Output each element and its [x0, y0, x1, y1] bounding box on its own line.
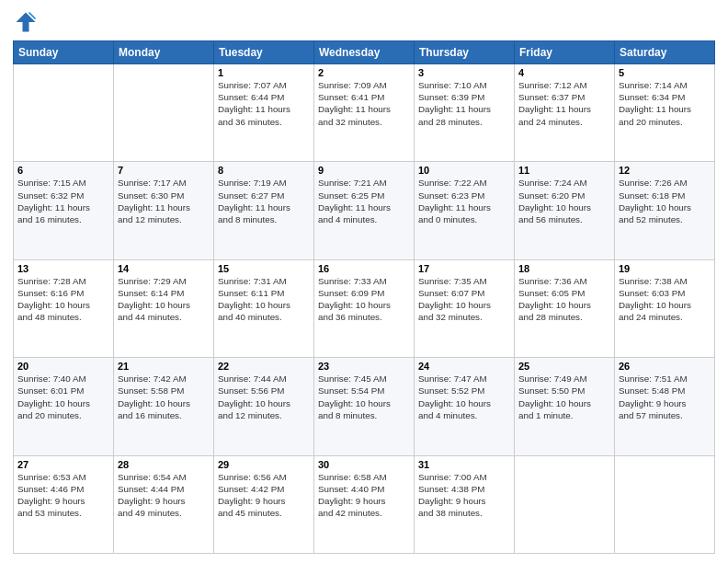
day-number: 14: [118, 263, 210, 274]
calendar-cell: 29Sunrise: 6:56 AM Sunset: 4:42 PM Dayli…: [214, 455, 314, 553]
day-number: 12: [619, 165, 711, 176]
day-detail: Sunrise: 7:45 AM Sunset: 5:54 PM Dayligh…: [318, 373, 410, 421]
day-detail: Sunrise: 7:29 AM Sunset: 6:14 PM Dayligh…: [118, 275, 210, 324]
calendar-cell: 8Sunrise: 7:19 AM Sunset: 6:27 PM Daylig…: [214, 162, 314, 259]
calendar-cell: [114, 64, 214, 162]
day-detail: Sunrise: 6:54 AM Sunset: 4:44 PM Dayligh…: [118, 471, 210, 520]
col-header-tuesday: Tuesday: [214, 41, 314, 64]
calendar-cell: 25Sunrise: 7:49 AM Sunset: 5:50 PM Dayli…: [515, 358, 615, 455]
day-number: 30: [318, 459, 410, 470]
day-number: 1: [218, 67, 310, 78]
col-header-sunday: Sunday: [14, 41, 114, 64]
day-number: 5: [619, 67, 711, 78]
day-number: 23: [318, 361, 410, 372]
day-number: 11: [518, 165, 610, 176]
week-row-5: 27Sunrise: 6:53 AM Sunset: 4:46 PM Dayli…: [14, 455, 715, 553]
calendar-cell: 13Sunrise: 7:28 AM Sunset: 6:16 PM Dayli…: [14, 259, 114, 357]
day-detail: Sunrise: 7:12 AM Sunset: 6:37 PM Dayligh…: [518, 79, 610, 128]
day-number: 7: [118, 165, 210, 176]
col-header-monday: Monday: [114, 41, 214, 64]
calendar-cell: 21Sunrise: 7:42 AM Sunset: 5:58 PM Dayli…: [114, 358, 214, 455]
day-number: 24: [418, 361, 510, 372]
calendar-cell: 17Sunrise: 7:35 AM Sunset: 6:07 PM Dayli…: [415, 259, 515, 357]
day-detail: Sunrise: 6:53 AM Sunset: 4:46 PM Dayligh…: [17, 471, 109, 520]
day-detail: Sunrise: 7:47 AM Sunset: 5:52 PM Dayligh…: [418, 373, 510, 421]
calendar: SundayMondayTuesdayWednesdayThursdayFrid…: [13, 40, 715, 554]
day-detail: Sunrise: 7:31 AM Sunset: 6:11 PM Dayligh…: [218, 275, 310, 324]
day-detail: Sunrise: 7:51 AM Sunset: 5:48 PM Dayligh…: [619, 373, 711, 421]
logo: [13, 9, 42, 35]
day-detail: Sunrise: 7:24 AM Sunset: 6:20 PM Dayligh…: [518, 177, 610, 225]
day-number: 27: [17, 459, 109, 470]
calendar-cell: 1Sunrise: 7:07 AM Sunset: 6:44 PM Daylig…: [214, 64, 314, 162]
week-row-4: 20Sunrise: 7:40 AM Sunset: 6:01 PM Dayli…: [14, 358, 715, 455]
day-detail: Sunrise: 7:17 AM Sunset: 6:30 PM Dayligh…: [118, 177, 210, 225]
day-number: 15: [218, 263, 310, 274]
day-number: 29: [218, 459, 310, 470]
calendar-cell: 18Sunrise: 7:36 AM Sunset: 6:05 PM Dayli…: [515, 259, 615, 357]
day-detail: Sunrise: 7:44 AM Sunset: 5:56 PM Dayligh…: [218, 373, 310, 421]
day-detail: Sunrise: 7:33 AM Sunset: 6:09 PM Dayligh…: [318, 275, 410, 324]
calendar-cell: 23Sunrise: 7:45 AM Sunset: 5:54 PM Dayli…: [314, 358, 415, 455]
calendar-cell: 5Sunrise: 7:14 AM Sunset: 6:34 PM Daylig…: [615, 64, 715, 162]
calendar-cell: 3Sunrise: 7:10 AM Sunset: 6:39 PM Daylig…: [415, 64, 515, 162]
calendar-cell: 24Sunrise: 7:47 AM Sunset: 5:52 PM Dayli…: [415, 358, 515, 455]
day-detail: Sunrise: 7:07 AM Sunset: 6:44 PM Dayligh…: [218, 79, 310, 128]
day-number: 19: [619, 263, 711, 274]
calendar-cell: 19Sunrise: 7:38 AM Sunset: 6:03 PM Dayli…: [615, 259, 715, 357]
calendar-cell: 6Sunrise: 7:15 AM Sunset: 6:32 PM Daylig…: [14, 162, 114, 259]
day-detail: Sunrise: 7:22 AM Sunset: 6:23 PM Dayligh…: [418, 177, 510, 225]
day-detail: Sunrise: 7:14 AM Sunset: 6:34 PM Dayligh…: [619, 79, 711, 128]
calendar-cell: 12Sunrise: 7:26 AM Sunset: 6:18 PM Dayli…: [615, 162, 715, 259]
calendar-cell: [515, 455, 615, 553]
calendar-cell: 14Sunrise: 7:29 AM Sunset: 6:14 PM Dayli…: [114, 259, 214, 357]
day-detail: Sunrise: 7:00 AM Sunset: 4:38 PM Dayligh…: [418, 471, 510, 520]
calendar-cell: [14, 64, 114, 162]
day-detail: Sunrise: 7:10 AM Sunset: 6:39 PM Dayligh…: [418, 79, 510, 128]
day-detail: Sunrise: 7:21 AM Sunset: 6:25 PM Dayligh…: [318, 177, 410, 225]
day-detail: Sunrise: 7:38 AM Sunset: 6:03 PM Dayligh…: [619, 275, 711, 324]
day-number: 6: [17, 165, 109, 176]
day-detail: Sunrise: 7:09 AM Sunset: 6:41 PM Dayligh…: [318, 79, 410, 128]
calendar-cell: 20Sunrise: 7:40 AM Sunset: 6:01 PM Dayli…: [14, 358, 114, 455]
col-header-saturday: Saturday: [615, 41, 715, 64]
calendar-cell: 26Sunrise: 7:51 AM Sunset: 5:48 PM Dayli…: [615, 358, 715, 455]
day-number: 17: [418, 263, 510, 274]
day-number: 18: [518, 263, 610, 274]
day-number: 28: [118, 459, 210, 470]
day-number: 22: [218, 361, 310, 372]
day-detail: Sunrise: 7:19 AM Sunset: 6:27 PM Dayligh…: [218, 177, 310, 225]
day-number: 3: [418, 67, 510, 78]
calendar-header-row: SundayMondayTuesdayWednesdayThursdayFrid…: [14, 41, 715, 64]
calendar-cell: 31Sunrise: 7:00 AM Sunset: 4:38 PM Dayli…: [415, 455, 515, 553]
calendar-cell: 4Sunrise: 7:12 AM Sunset: 6:37 PM Daylig…: [515, 64, 615, 162]
calendar-cell: 22Sunrise: 7:44 AM Sunset: 5:56 PM Dayli…: [214, 358, 314, 455]
day-number: 26: [619, 361, 711, 372]
week-row-3: 13Sunrise: 7:28 AM Sunset: 6:16 PM Dayli…: [14, 259, 715, 357]
day-number: 10: [418, 165, 510, 176]
day-detail: Sunrise: 7:26 AM Sunset: 6:18 PM Dayligh…: [619, 177, 711, 225]
day-number: 8: [218, 165, 310, 176]
day-number: 16: [318, 263, 410, 274]
day-number: 20: [17, 361, 109, 372]
day-number: 21: [118, 361, 210, 372]
calendar-cell: 27Sunrise: 6:53 AM Sunset: 4:46 PM Dayli…: [14, 455, 114, 553]
logo-icon: [13, 9, 39, 35]
day-number: 31: [418, 459, 510, 470]
calendar-cell: 11Sunrise: 7:24 AM Sunset: 6:20 PM Dayli…: [515, 162, 615, 259]
day-detail: Sunrise: 7:36 AM Sunset: 6:05 PM Dayligh…: [518, 275, 610, 324]
calendar-cell: 10Sunrise: 7:22 AM Sunset: 6:23 PM Dayli…: [415, 162, 515, 259]
day-number: 13: [17, 263, 109, 274]
calendar-cell: 30Sunrise: 6:58 AM Sunset: 4:40 PM Dayli…: [314, 455, 415, 553]
calendar-cell: 9Sunrise: 7:21 AM Sunset: 6:25 PM Daylig…: [314, 162, 415, 259]
day-detail: Sunrise: 7:40 AM Sunset: 6:01 PM Dayligh…: [17, 373, 109, 421]
day-number: 2: [318, 67, 410, 78]
day-detail: Sunrise: 6:58 AM Sunset: 4:40 PM Dayligh…: [318, 471, 410, 520]
day-detail: Sunrise: 6:56 AM Sunset: 4:42 PM Dayligh…: [218, 471, 310, 520]
week-row-1: 1Sunrise: 7:07 AM Sunset: 6:44 PM Daylig…: [14, 64, 715, 162]
header: [13, 9, 715, 35]
calendar-cell: 2Sunrise: 7:09 AM Sunset: 6:41 PM Daylig…: [314, 64, 415, 162]
day-detail: Sunrise: 7:42 AM Sunset: 5:58 PM Dayligh…: [118, 373, 210, 421]
col-header-thursday: Thursday: [415, 41, 515, 64]
col-header-wednesday: Wednesday: [314, 41, 415, 64]
